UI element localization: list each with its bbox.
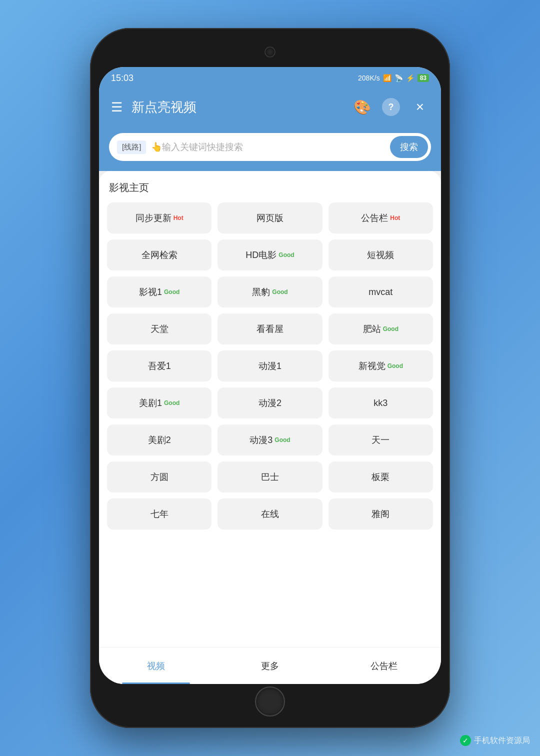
phone-screen: 15:03 208K/s 📶 📡 ⚡ 83 ☰ 新点亮视频 🎨 ? × [线路] [99,67,441,684]
grid-button-17[interactable]: kk3 [328,388,433,418]
grid-button-26[interactable]: 雅阁 [328,498,433,530]
grid-button-19[interactable]: 动漫3Good [218,424,322,456]
grid-button-8[interactable]: mvcat [328,276,433,308]
wechat-icon: ✓ [460,735,471,746]
grid-button-12[interactable]: 吾爱1 [107,350,212,382]
wifi-icon: 📡 [394,74,403,82]
grid-button-22[interactable]: 巴士 [218,462,322,492]
battery-badge: 83 [418,74,429,82]
status-icons: 208K/s 📶 📡 ⚡ 83 [358,74,429,82]
grid-button-0[interactable]: 同步更新Hot [107,202,212,234]
search-row: [线路] 👆输入关键词快捷搜索 搜索 [109,133,431,161]
phone-frame: 15:03 208K/s 📶 📡 ⚡ 83 ☰ 新点亮视频 🎨 ? × [线路] [90,28,450,728]
grid-button-2[interactable]: 公告栏Hot [328,202,433,234]
header-actions: 🎨 ? × [353,98,429,116]
grid-button-9[interactable]: 天堂 [107,314,212,344]
bottom-nav: 视频更多公告栏 [99,647,441,684]
grid-button-11[interactable]: 肥站Good [328,314,433,344]
grid-button-16[interactable]: 动漫2 [218,388,322,418]
menu-button[interactable]: ☰ [111,100,122,115]
search-tag: [线路] [117,140,146,154]
watermark: ✓ 手机软件资源局 [460,735,530,746]
palette-button[interactable]: 🎨 [353,98,371,116]
bottom-nav-item-2[interactable]: 公告栏 [327,648,441,684]
content-area: 影视主页 同步更新Hot网页版公告栏Hot全网检索HD电影Good短视频影视1G… [99,171,441,647]
grid-button-15[interactable]: 美剧1Good [107,388,212,418]
app-header: ☰ 新点亮视频 🎨 ? × [99,89,441,125]
grid-button-14[interactable]: 新视觉Good [328,350,433,382]
charging-icon: ⚡ [406,74,414,82]
network-speed: 208K/s [358,74,380,82]
app-title: 新点亮视频 [132,98,353,116]
watermark-text: 手机软件资源局 [474,736,530,746]
phone-camera [264,46,276,58]
grid-button-21[interactable]: 方圆 [107,462,212,492]
section-title: 影视主页 [107,181,433,194]
bottom-nav-item-0[interactable]: 视频 [99,648,213,684]
close-button[interactable]: × [411,98,429,116]
grid-button-7[interactable]: 黑豹Good [218,276,322,308]
bottom-nav-item-1[interactable]: 更多 [213,648,327,684]
grid-button-24[interactable]: 七年 [107,498,212,530]
notch-area [99,37,441,67]
grid-button-5[interactable]: 短视频 [328,240,433,270]
grid-button-20[interactable]: 天一 [328,424,433,456]
grid-button-6[interactable]: 影视1Good [107,276,212,308]
grid-button-13[interactable]: 动漫1 [218,350,322,382]
grid-button-4[interactable]: HD电影Good [218,240,322,270]
search-placeholder: 👆输入关键词快捷搜索 [151,141,390,153]
grid-button-25[interactable]: 在线 [218,498,322,530]
grid-button-23[interactable]: 板栗 [328,462,433,492]
buttons-grid: 同步更新Hot网页版公告栏Hot全网检索HD电影Good短视频影视1Good黑豹… [107,202,433,530]
grid-button-18[interactable]: 美剧2 [107,424,212,456]
search-button[interactable]: 搜索 [390,136,428,158]
home-button[interactable] [255,686,285,716]
phone-bottom [99,684,441,719]
status-time: 15:03 [111,73,134,84]
help-button[interactable]: ? [382,98,400,116]
grid-button-1[interactable]: 网页版 [218,202,322,234]
search-section: [线路] 👆输入关键词快捷搜索 搜索 [99,125,441,171]
grid-button-10[interactable]: 看看屋 [218,314,322,344]
signal-icon: 📶 [383,74,392,82]
status-bar: 15:03 208K/s 📶 📡 ⚡ 83 [99,67,441,89]
grid-button-3[interactable]: 全网检索 [107,240,212,270]
